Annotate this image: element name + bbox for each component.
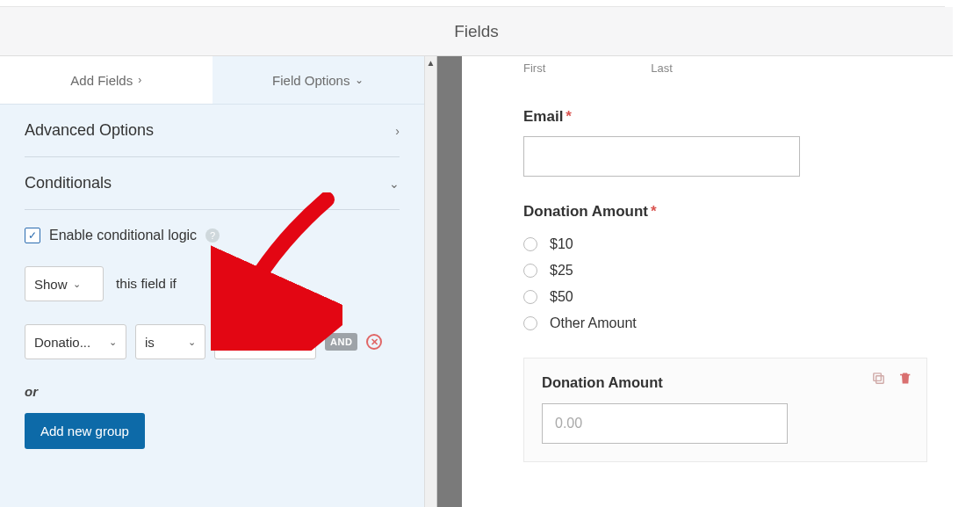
radio-icon [523, 264, 537, 278]
action-suffix-text: this field if [116, 276, 177, 292]
select-value: Donatio... [34, 335, 90, 350]
chevron-down-icon: ⌄ [188, 337, 196, 348]
accordion-title: Conditionals [25, 174, 112, 192]
radio-option[interactable]: $50 [523, 284, 962, 310]
tabs: Add Fields › Field Options ⌄ [0, 56, 424, 105]
divider [437, 56, 462, 507]
select-value: is [145, 335, 155, 350]
svg-rect-1 [876, 376, 884, 384]
help-icon[interactable]: ? [205, 228, 220, 243]
donation-amount-card[interactable]: Donation Amount 0.00 [523, 358, 927, 462]
tab-field-options[interactable]: Field Options ⌄ [213, 56, 425, 104]
form-preview: First Last Email* Donation Amount* $10 [462, 56, 980, 507]
page-title: Fields [454, 22, 499, 41]
select-value: Other A... [224, 335, 279, 350]
radio-label: $25 [550, 263, 573, 279]
first-name-sublabel: First [523, 62, 545, 75]
chevron-right-icon: › [395, 124, 400, 138]
tab-label: Add Fields [70, 73, 133, 88]
rule-value-select[interactable]: Other A... ⌄ [214, 324, 316, 359]
tab-add-fields[interactable]: Add Fields › [0, 56, 213, 104]
accordion-title: Advanced Options [25, 121, 154, 140]
radio-option[interactable]: $25 [523, 257, 962, 284]
page-header: Fields [0, 7, 953, 56]
rule-operator-select[interactable]: is ⌄ [135, 324, 205, 359]
required-marker: * [651, 203, 657, 221]
accordion-advanced-options[interactable]: Advanced Options › [25, 105, 400, 157]
chevron-right-icon: › [138, 74, 141, 86]
donation-amount-label: Donation Amount* [523, 203, 962, 221]
or-label: or [25, 384, 400, 399]
radio-icon [523, 290, 537, 304]
action-select[interactable]: Show ⌄ [25, 266, 104, 301]
radio-option[interactable]: $10 [523, 231, 962, 257]
required-marker: * [566, 108, 572, 126]
email-label: Email* [523, 108, 962, 126]
card-title: Donation Amount [542, 374, 909, 391]
chevron-down-icon: ⌄ [73, 279, 81, 290]
trash-icon[interactable] [898, 371, 912, 390]
radio-option[interactable]: Other Amount [523, 310, 962, 337]
svg-rect-2 [874, 373, 882, 381]
email-input[interactable] [523, 136, 800, 177]
radio-icon [523, 237, 537, 251]
chevron-down-icon: ⌄ [299, 337, 306, 348]
chevron-down-icon: ⌄ [109, 337, 117, 348]
last-name-sublabel: Last [651, 62, 673, 75]
tab-label: Field Options [272, 73, 349, 88]
radio-label: $10 [550, 236, 573, 252]
radio-label: Other Amount [550, 315, 637, 331]
button-label: Add new group [40, 424, 129, 438]
logic-and-badge[interactable]: AND [325, 333, 357, 351]
rule-field-select[interactable]: Donatio... ⌄ [25, 324, 126, 359]
radio-icon [523, 316, 537, 330]
input-placeholder: 0.00 [555, 416, 582, 431]
accordion-conditionals[interactable]: Conditionals ⌄ [25, 157, 400, 210]
delete-rule-button[interactable]: ✕ [366, 334, 382, 350]
select-value: Show [34, 277, 68, 292]
amount-input[interactable]: 0.00 [542, 403, 788, 444]
chevron-down-icon: ⌄ [355, 74, 364, 86]
enable-conditional-label: Enable conditional logic [49, 228, 197, 243]
enable-conditional-checkbox[interactable]: ✓ [25, 228, 40, 243]
duplicate-icon[interactable] [871, 371, 886, 390]
radio-label: $50 [550, 289, 573, 305]
chevron-down-icon: ⌄ [389, 177, 400, 191]
scroll-up-icon[interactable]: ▲ [425, 56, 436, 69]
left-scrollbar[interactable]: ▲ [425, 56, 437, 507]
add-new-group-button[interactable]: Add new group [25, 413, 145, 449]
